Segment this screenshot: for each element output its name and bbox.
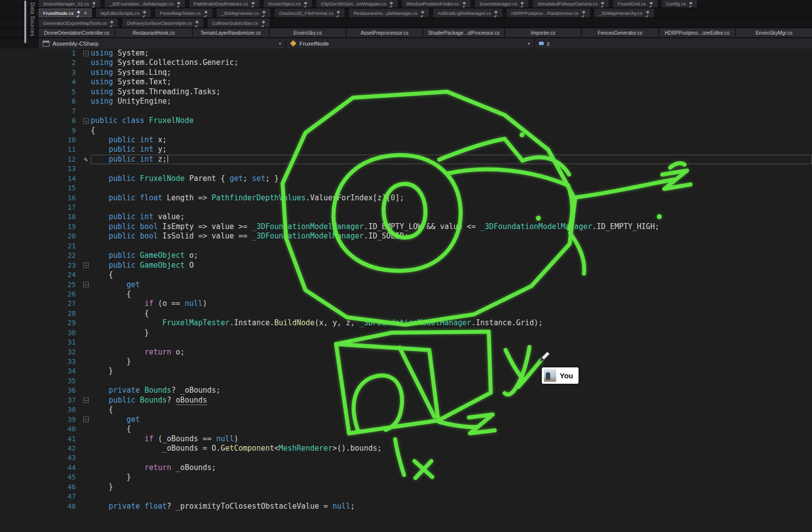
file-tab[interactable]: CollisionSubscriber.cs: [208, 18, 270, 27]
pin-icon[interactable]: [194, 20, 199, 25]
code-line[interactable]: 42 _oBounds = O.GetComponent<MeshRendere…: [0, 444, 812, 453]
code-editor[interactable]: 1using System;2using System.Collections.…: [0, 49, 812, 532]
fold-toggle-icon[interactable]: [83, 398, 89, 403]
file-tab[interactable]: Importer.cs: [505, 28, 581, 37]
code-line[interactable]: 40 {: [0, 424, 812, 434]
file-tab[interactable]: FruxelMapTester.cs: [155, 8, 212, 17]
code-line[interactable]: 12 public int z;: [0, 155, 812, 164]
file-tab[interactable]: SimulatedFisheyeCamera.cs: [533, 0, 609, 7]
pin-icon[interactable]: [520, 1, 524, 6]
code-line[interactable]: 17: [0, 203, 812, 212]
file-tab[interactable]: FencesGenerator.cs: [582, 28, 658, 37]
fold-toggle-icon[interactable]: [83, 417, 89, 422]
file-tab[interactable]: PathfinderDepthValues.cs: [189, 0, 259, 7]
pin-icon[interactable]: [462, 1, 466, 6]
code-line[interactable]: 25 get: [0, 280, 812, 290]
code-line[interactable]: 21: [0, 241, 812, 251]
pin-icon[interactable]: [420, 10, 424, 15]
fold-toggle-icon[interactable]: [83, 118, 89, 123]
pin-icon[interactable]: [250, 1, 255, 6]
file-tab[interactable]: MyEditorScripts.cs: [96, 8, 151, 17]
pin-icon[interactable]: [688, 1, 693, 6]
code-line[interactable]: 46 }: [0, 482, 812, 492]
code-line[interactable]: 18 public int value;: [0, 212, 812, 222]
fold-toggle-icon[interactable]: [83, 263, 89, 268]
file-tab[interactable]: SceneManager_02.cs: [39, 0, 100, 7]
file-tab[interactable]: _3DMapViewer.cs: [217, 8, 270, 17]
code-line[interactable]: 28 {: [0, 309, 812, 318]
code-line[interactable]: 23 public GameObject O: [0, 261, 812, 270]
file-tab[interactable]: _3DFoundatio...delManager.cs: [105, 0, 184, 7]
pin-icon[interactable]: [203, 10, 208, 15]
code-line[interactable]: 19 public bool IsEmpty => value >= _3DFo…: [0, 222, 812, 232]
file-tab[interactable]: DroneOrientationController.cs: [39, 28, 115, 37]
code-line[interactable]: 44 return _oBounds;: [0, 463, 812, 473]
fold-toggle-icon[interactable]: [83, 51, 89, 56]
pin-icon[interactable]: [261, 10, 266, 15]
file-tab[interactable]: DeliverySurfaceClassHelper.cs: [122, 18, 203, 27]
code-line[interactable]: 11 public int y;: [0, 145, 812, 154]
chevron-down-icon[interactable]: [527, 41, 530, 46]
code-line[interactable]: 41 if (_oBounds == null): [0, 434, 812, 444]
code-line[interactable]: 32 return o;: [0, 348, 812, 357]
pin-icon[interactable]: [176, 1, 180, 6]
member-dropdown[interactable]: z: [535, 38, 812, 49]
code-line[interactable]: 27 if (o == null): [0, 299, 812, 308]
file-tab[interactable]: Config.cs: [662, 0, 697, 7]
chevron-down-icon[interactable]: [279, 41, 281, 46]
file-tab[interactable]: ArtificialLightsManager.cs: [433, 8, 503, 17]
code-line[interactable]: 20 public bool IsSolid => value == _3DFo…: [0, 232, 812, 241]
pin-icon[interactable]: [648, 1, 653, 6]
file-tab[interactable]: Generator2ExportMapTools.cs: [39, 18, 118, 27]
pin-icon[interactable]: [493, 10, 498, 15]
project-dropdown[interactable]: Assembly-CSharp: [39, 38, 285, 49]
file-tab[interactable]: _3DMapHierarchy.cs: [594, 8, 654, 17]
code-line[interactable]: 35: [0, 376, 812, 386]
type-dropdown[interactable]: FruxelNode: [286, 38, 534, 49]
file-tab[interactable]: FruxelGrid.cs: [613, 0, 657, 7]
file-tab[interactable]: AssetPreprocessor.cs: [347, 28, 422, 37]
pin-icon[interactable]: [336, 10, 340, 15]
code-line[interactable]: 45 }: [0, 473, 812, 482]
code-line[interactable]: 33 }: [0, 357, 812, 366]
code-line[interactable]: 30 }: [0, 328, 812, 338]
file-tab[interactable]: FruxelNode.cs×: [39, 8, 92, 17]
code-line[interactable]: 9{: [0, 126, 812, 135]
pin-icon[interactable]: [76, 10, 80, 15]
code-line[interactable]: 10 public int x;: [0, 135, 812, 145]
code-line[interactable]: 47: [0, 492, 812, 501]
pin-icon[interactable]: [600, 1, 604, 6]
code-line[interactable]: 22 public GameObject o;: [0, 251, 812, 260]
file-tab[interactable]: DroneObject.cs: [264, 0, 312, 7]
pin-icon[interactable]: [645, 10, 649, 15]
code-line[interactable]: 6using UnityEngine;: [0, 97, 812, 106]
code-line[interactable]: 2using System.Collections.Generic;: [0, 58, 812, 67]
code-line[interactable]: 13: [0, 164, 812, 174]
file-tab[interactable]: CityGen3DGen...torWrapper.cs: [316, 0, 397, 7]
sidebar-tab-data-sources[interactable]: Data Sources: [30, 2, 36, 36]
code-line[interactable]: 38 {: [0, 405, 812, 414]
pin-icon[interactable]: [91, 1, 96, 6]
code-line[interactable]: 1using System;: [0, 49, 812, 58]
file-tab[interactable]: ShaderPackage...stProcessor.cs: [423, 28, 504, 37]
code-line[interactable]: 15: [0, 183, 812, 193]
pin-icon[interactable]: [581, 10, 585, 15]
file-tab[interactable]: SceneManager.cs: [475, 0, 528, 7]
file-tab[interactable]: EnviroSky.cs: [270, 28, 346, 37]
code-line[interactable]: 48 private float? _proximityToClosestObs…: [0, 502, 812, 511]
code-line[interactable]: 14 public FruxelNode Parent { get; set; …: [0, 174, 812, 183]
file-tab[interactable]: RestaurantHo...pleManager.cs: [349, 8, 428, 17]
code-line[interactable]: 26 {: [0, 290, 812, 299]
pin-icon[interactable]: [303, 1, 307, 6]
code-line[interactable]: 8public class FruxelNode: [0, 116, 812, 125]
code-line[interactable]: 4using System.Text;: [0, 77, 812, 87]
pin-icon[interactable]: [109, 20, 114, 25]
code-line[interactable]: 16 public float Length => PathfinderDept…: [0, 193, 812, 203]
code-line[interactable]: 34 }: [0, 366, 812, 376]
fold-toggle-icon[interactable]: [83, 282, 89, 288]
code-line[interactable]: 5using System.Threading.Tasks;: [0, 87, 812, 97]
code-line[interactable]: 39 get: [0, 415, 812, 424]
file-tab[interactable]: HDRPPostproc...izerEditor.cs: [659, 28, 735, 37]
code-line[interactable]: 3using System.Linq;: [0, 68, 812, 77]
pin-icon[interactable]: [261, 20, 265, 25]
